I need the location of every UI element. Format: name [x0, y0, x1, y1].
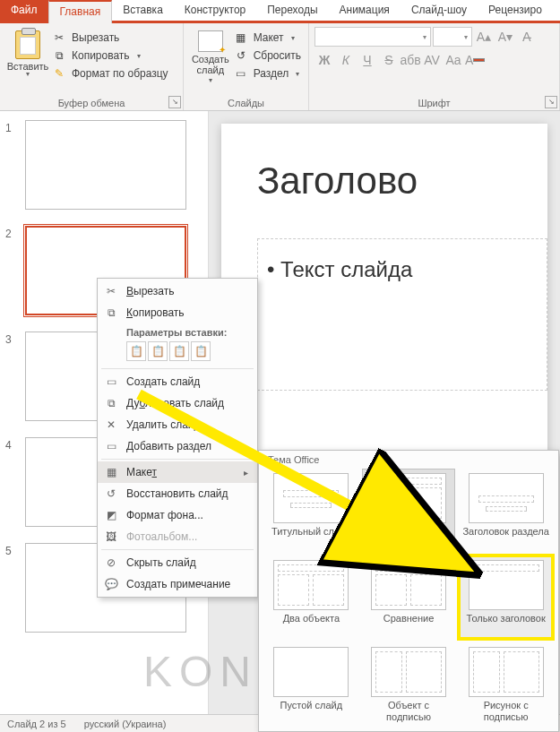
text-shadow-button[interactable]: абв [401, 50, 420, 70]
slide-thumbnail-1[interactable] [25, 120, 186, 210]
duplicate-icon: ⧉ [103, 395, 119, 411]
slide-title[interactable]: Заголово [257, 159, 547, 202]
layout-content-caption[interactable]: Объект с подписью [362, 642, 456, 726]
shrink-font-button[interactable]: A▾ [495, 27, 515, 47]
paste-keep-source-formatting[interactable] [148, 341, 168, 361]
tab-review[interactable]: Рецензиро [478, 0, 553, 21]
copy-button[interactable]: ⧉ Копировать ▾ [52, 48, 168, 63]
layout-comparison[interactable]: Сравнение [362, 555, 456, 639]
format-painter-button[interactable]: ✎ Формат по образцу [52, 66, 168, 81]
layout-label: Заголовок и объект [365, 526, 453, 549]
layout-title-only[interactable]: Только заголовок [459, 555, 553, 639]
layout-blank[interactable]: Пустой слайд [264, 642, 358, 726]
layout-thumb [371, 473, 446, 523]
cut-button[interactable]: ✂ Вырезать [52, 30, 168, 45]
group-font: ▾ ▾ A▴ A▾ A̶ Ж К Ч S абв AV Aa A Шрифт ↘ [309, 23, 560, 110]
layout-icon: ▦ [103, 464, 119, 480]
ctx-reset-slide[interactable]: ↺Восстановить слайд [98, 483, 257, 504]
reset-icon: ↺ [103, 486, 119, 502]
slide-body-placeholder[interactable]: • Текст слайда [257, 238, 547, 391]
new-slide-button[interactable]: Создать слайд ▾ [189, 27, 232, 85]
ctx-copy[interactable]: ⧉Копировать [98, 302, 257, 323]
tab-animations[interactable]: Анимация [329, 0, 401, 21]
underline-button[interactable]: Ч [358, 50, 377, 70]
bold-button[interactable]: Ж [314, 50, 334, 70]
tab-transitions[interactable]: Переходы [256, 0, 328, 21]
paste-keep-text-only[interactable] [191, 341, 211, 361]
cut-label: Вырезать [72, 31, 119, 44]
font-color-button[interactable]: A [465, 50, 485, 70]
ctx-new-comment[interactable]: 💬Создать примечание [98, 573, 257, 595]
slide-body-text: • Текст слайда [267, 257, 538, 282]
change-case-button[interactable]: Aa [444, 50, 463, 70]
format-painter-label: Формат по образцу [72, 67, 168, 80]
ctx-delete-slide[interactable]: ✕Удалить слайд [98, 414, 257, 435]
ctx-layout[interactable]: ▦Макет▸ [98, 461, 257, 483]
paste-use-destination-theme[interactable] [126, 341, 146, 361]
ctx-paste-options [98, 340, 257, 366]
photo-icon: 🖼 [103, 529, 119, 545]
ctx-duplicate-slide[interactable]: ⧉Дублировать слайд [98, 392, 257, 414]
ribbon: Вставить ▾ ✂ Вырезать ⧉ Копировать ▾ ✎ Ф… [0, 23, 560, 111]
copy-icon: ⧉ [103, 305, 119, 321]
chevron-down-icon: ▾ [464, 33, 468, 41]
section-label: Раздел [254, 67, 289, 80]
clipboard-dialog-launcher[interactable]: ↘ [168, 96, 181, 108]
font-dialog-launcher[interactable]: ↘ [545, 96, 557, 108]
submenu-arrow-icon: ▸ [244, 468, 248, 478]
char-spacing-button[interactable]: AV [422, 50, 442, 70]
copy-label: Копировать [72, 49, 130, 62]
layout-two-content[interactable]: Два объекта [264, 555, 358, 639]
layout-thumb [273, 473, 349, 523]
thumb-number: 4 [5, 437, 25, 452]
new-slide-icon: ▭ [103, 374, 119, 390]
new-slide-icon [198, 30, 223, 52]
ctx-new-slide[interactable]: ▭Создать слайд [98, 371, 257, 392]
section-button[interactable]: ▭ Раздел ▾ [234, 66, 301, 81]
chevron-down-icon: ▾ [291, 34, 295, 42]
layout-label: Объект с подписью [365, 700, 453, 723]
thumb-number: 3 [5, 332, 25, 346]
layout-thumb [273, 560, 349, 610]
status-language[interactable]: русский (Украина) [84, 719, 167, 729]
font-family-combo[interactable]: ▾ [314, 27, 431, 47]
tab-design[interactable]: Конструктор [174, 0, 256, 21]
font-size-combo[interactable]: ▾ [433, 27, 472, 47]
strikethrough-button[interactable]: S [379, 50, 399, 70]
reset-icon: ↺ [234, 48, 248, 63]
layout-thumb [371, 647, 446, 697]
grow-font-button[interactable]: A▴ [474, 27, 494, 47]
layout-label: Пустой слайд [280, 700, 343, 723]
group-slides: Создать слайд ▾ ▦ Макет ▾ ↺ Сбросить ▭ Р… [184, 23, 309, 110]
tab-slideshow[interactable]: Слайд-шоу [401, 0, 478, 21]
italic-button[interactable]: К [336, 50, 356, 70]
ctx-cut[interactable]: ✂Вырезать [98, 280, 257, 302]
current-slide[interactable]: Заголово • Текст слайда [221, 124, 547, 500]
group-clipboard-label: Буфер обмена [0, 98, 183, 108]
clear-formatting-button[interactable]: A̶ [517, 27, 537, 47]
tab-file[interactable]: Файл [0, 0, 48, 21]
paste-picture[interactable] [169, 341, 189, 361]
separator [101, 368, 254, 369]
ctx-photo-album: 🖼Фотоальбом... [98, 526, 257, 547]
gallery-header: Тема Office [259, 451, 558, 469]
layout-label: Титульный слайд [271, 526, 351, 549]
ctx-paste-options-header: Параметры вставки: [98, 323, 257, 340]
reset-button[interactable]: ↺ Сбросить [234, 48, 301, 63]
layout-section-header[interactable]: Заголовок раздела [459, 469, 553, 552]
ctx-hide-slide[interactable]: ⊘Скрыть слайд [98, 552, 257, 573]
paste-button[interactable]: Вставить ▾ [5, 27, 50, 84]
separator [101, 459, 254, 460]
tab-home[interactable]: Главная [48, 0, 113, 23]
layout-thumb [469, 560, 544, 610]
section-icon: ▭ [234, 66, 248, 81]
chevron-down-icon: ▾ [423, 33, 426, 41]
layout-button[interactable]: ▦ Макет ▾ [234, 30, 301, 45]
layout-title-slide[interactable]: Титульный слайд [264, 469, 358, 552]
ctx-add-section[interactable]: ▭Добавить раздел [98, 435, 257, 457]
tab-insert[interactable]: Вставка [112, 0, 174, 21]
layout-picture-caption[interactable]: Рисунок с подписью [459, 642, 553, 726]
separator [101, 549, 254, 550]
layout-title-content[interactable]: Заголовок и объект [362, 469, 456, 552]
ctx-format-background[interactable]: ◩Формат фона... [98, 504, 257, 526]
